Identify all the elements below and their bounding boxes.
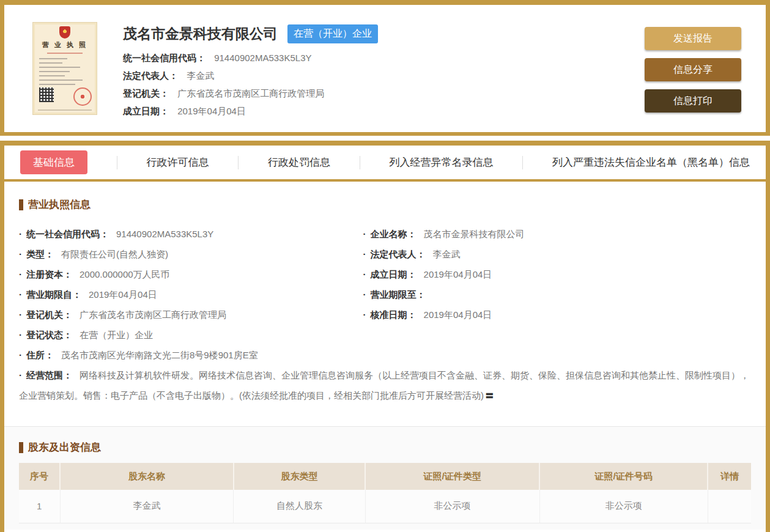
col-header-detail: 详情 [708, 463, 751, 490]
tab-divider [238, 156, 239, 169]
field-reg-authority: ·登记机关：广东省茂名市茂南区工商行政管理局 [19, 305, 363, 325]
cell-cert-type: 非公示项 [365, 490, 539, 523]
tab-basic-info[interactable]: 基础信息 [20, 150, 87, 174]
national-emblem-icon [59, 26, 70, 39]
tab-abnormal-list[interactable]: 列入经营异常名录信息 [390, 155, 494, 169]
section-title-bar [19, 199, 23, 210]
table-header-row: 序号 股东名称 股东类型 证照/证件类型 证照/证件号码 详情 [19, 463, 751, 490]
col-header-cert-type: 证照/证件类型 [365, 463, 539, 490]
header-field-credit-code: 统一社会信用代码： 91440902MA533K5L3Y [123, 52, 645, 64]
page-title: 茂名市金景科技有限公司 [123, 24, 278, 43]
tab-admin-license[interactable]: 行政许可信息 [147, 155, 209, 169]
field-found-date: ·成立日期：2019年04月04日 [363, 264, 751, 284]
shareholder-section-title: 股东及出资信息 [19, 440, 751, 454]
field-term-from: ·营业期限自：2019年04月04日 [19, 284, 363, 305]
cell-type: 自然人股东 [234, 490, 365, 523]
license-subline [47, 53, 83, 54]
field-credit-code: ·统一社会信用代码：91440902MA533K5L3Y [19, 224, 363, 244]
tab-divider [117, 156, 117, 169]
header-field-legal-rep: 法定代表人： 李金武 [123, 70, 645, 82]
field-company-type: ·类型：有限责任公司(自然人独资) [19, 244, 363, 264]
header-field-found-date: 成立日期： 2019年04月04日 [123, 105, 645, 117]
company-summary: 茂名市金景科技有限公司 在营（开业）企业 统一社会信用代码： 91440902M… [123, 20, 645, 132]
license-section-title: 营业执照信息 [19, 198, 751, 212]
license-fields: ·统一社会信用代码：91440902MA533K5L3Y ·企业名称：茂名市金景… [19, 224, 751, 405]
table-row: 1 李金武 自然人股东 非公示项 非公示项 [19, 490, 751, 523]
red-seal-icon [73, 87, 92, 106]
tab-divider [360, 156, 360, 169]
section-title-bar [19, 442, 23, 453]
field-reg-status: ·登记状态：在营（开业）企业 [19, 325, 751, 345]
cell-index: 1 [19, 490, 60, 523]
license-info-section: 营业执照信息 ·统一社会信用代码：91440902MA533K5L3Y ·企业名… [4, 182, 766, 426]
print-info-button[interactable]: 信息打印 [645, 89, 741, 113]
field-address: ·住所：茂名市茂南区光华南路文光二街8号9楼901房E室 [19, 345, 751, 365]
shareholder-section: 股东及出资信息 序号 股东名称 股东类型 证照/证件类型 证照/证件号码 详情 … [4, 426, 766, 530]
col-header-type: 股东类型 [234, 463, 365, 490]
field-term-to: ·营业期限至： [363, 284, 751, 305]
header-action-buttons: 发送报告 信息分享 信息打印 [645, 20, 741, 132]
col-header-index: 序号 [19, 463, 60, 490]
cell-name: 李金武 [60, 490, 234, 523]
col-header-name: 股东名称 [60, 463, 234, 490]
tab-blacklist[interactable]: 列入严重违法失信企业名单（黑名单）信息 [552, 155, 750, 169]
qr-code-icon [39, 87, 54, 102]
detail-card: 基础信息 行政许可信息 行政处罚信息 列入经营异常名录信息 列入严重违法失信企业… [0, 141, 770, 532]
cell-detail [708, 490, 751, 523]
field-legal-rep: ·法定代表人：李金武 [363, 244, 751, 264]
business-license-image: 营 业 执 照 [32, 22, 97, 115]
license-title: 营 业 执 照 [33, 40, 97, 50]
tab-bar: 基础信息 行政许可信息 行政处罚信息 列入经营异常名录信息 列入严重违法失信企业… [4, 146, 766, 182]
field-business-scope: ·经营范围：网络科技及计算机软件研发。网络技术信息咨询、企业管理信息咨询服务（以… [19, 365, 751, 405]
status-badge: 在营（开业）企业 [287, 24, 378, 43]
share-info-button[interactable]: 信息分享 [645, 58, 741, 81]
field-company-name: ·企业名称：茂名市金景科技有限公司 [363, 224, 751, 244]
tab-divider [522, 156, 523, 169]
scope-collapse-icon[interactable]: 〓 [485, 390, 494, 401]
tab-admin-penalty[interactable]: 行政处罚信息 [268, 155, 330, 169]
col-header-cert-number: 证照/证件号码 [539, 463, 708, 490]
cell-cert-number: 非公示项 [539, 490, 708, 523]
field-registered-capital: ·注册资本：2000.000000万人民币 [19, 264, 363, 284]
company-header-card: 营 业 执 照 茂名市金景科技有限公司 在营（开业）企业 统一社会信用代码： 9… [0, 0, 770, 136]
license-text-lines [33, 58, 97, 85]
field-approval-date: ·核准日期：2019年04月04日 [363, 305, 751, 325]
send-report-button[interactable]: 发送报告 [645, 27, 741, 50]
shareholder-table: 序号 股东名称 股东类型 证照/证件类型 证照/证件号码 详情 1 李金武 自然… [19, 463, 751, 523]
header-field-reg-authority: 登记机关： 广东省茂名市茂南区工商行政管理局 [123, 87, 645, 100]
